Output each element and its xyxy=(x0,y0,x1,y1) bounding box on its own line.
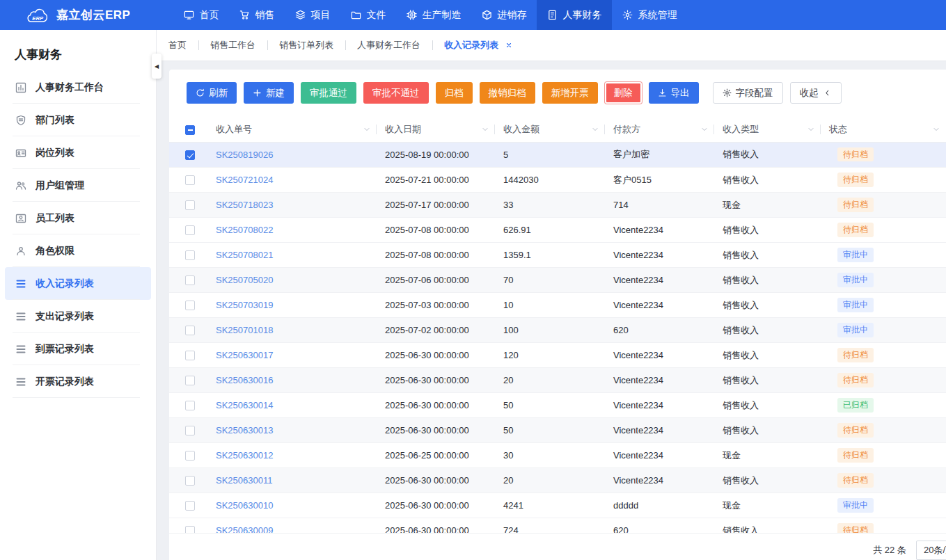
nav-item-inventory[interactable]: 进销存 xyxy=(471,0,537,30)
brand-logo[interactable]: ERP 嘉立创云ERP xyxy=(25,0,130,30)
table-row[interactable]: SK250630012 2025-06-25 00:00:00 30 Vicen… xyxy=(169,443,946,468)
select-all-checkbox[interactable] xyxy=(185,125,195,135)
table-row[interactable]: SK250630010 2025-06-30 00:00:00 4241 ddd… xyxy=(169,493,946,518)
table-row[interactable]: SK250708022 2025-07-08 00:00:00 626.91 V… xyxy=(169,218,946,243)
sidebar-item-employee-list[interactable]: 员工列表 xyxy=(5,202,151,234)
income-id-link[interactable]: SK250718023 xyxy=(216,200,273,210)
table-row[interactable]: SK250630016 2025-06-30 00:00:00 20 Vicen… xyxy=(169,368,946,393)
sidebar-item-expense-records[interactable]: 支出记录列表 xyxy=(5,300,151,333)
create-button[interactable]: 新建 xyxy=(244,82,294,104)
table-row[interactable]: SK250630013 2025-06-30 00:00:00 50 Vicen… xyxy=(169,418,946,443)
table-row[interactable]: SK250630014 2025-06-30 00:00:00 50 Vicen… xyxy=(169,393,946,418)
reject-button[interactable]: 审批不通过 xyxy=(363,82,429,104)
nav-item-project[interactable]: 项目 xyxy=(285,0,340,30)
table-row[interactable]: SK250819026 2025-08-19 00:00:00 5 客户加密 销… xyxy=(169,143,946,168)
delete-button[interactable]: 删除 xyxy=(605,82,642,104)
row-checkbox[interactable] xyxy=(185,150,195,160)
row-checkbox[interactable] xyxy=(185,451,195,461)
income-id-link[interactable]: SK250819026 xyxy=(216,150,273,160)
income-id-link[interactable]: SK250630014 xyxy=(216,400,273,410)
row-checkbox[interactable] xyxy=(185,301,195,310)
header-select-cell[interactable] xyxy=(169,117,207,142)
income-id-link[interactable]: SK250721024 xyxy=(216,175,273,185)
nav-item-hr-finance[interactable]: 人事财务 xyxy=(537,0,612,30)
refresh-button[interactable]: 刷新 xyxy=(187,82,237,104)
nav-item-system[interactable]: 系统管理 xyxy=(612,0,687,30)
chevron-down-icon[interactable] xyxy=(591,125,599,134)
sidebar-item-income-records[interactable]: 收入记录列表 xyxy=(5,267,151,300)
sidebar-item-invoice-issued-records[interactable]: 开票记录列表 xyxy=(5,365,151,398)
row-checkbox[interactable] xyxy=(185,501,195,511)
column-header-income-id[interactable]: 收入单号 xyxy=(207,117,377,142)
table-row[interactable]: SK250630011 2025-06-30 00:00:00 20 Vicen… xyxy=(169,468,946,493)
row-checkbox[interactable] xyxy=(185,326,195,335)
row-checkbox[interactable] xyxy=(185,351,195,360)
table-row[interactable]: SK250705020 2025-07-06 00:00:00 70 Vicen… xyxy=(169,268,946,293)
sidebar-collapse-handle[interactable]: ◀ xyxy=(152,54,161,79)
row-checkbox[interactable] xyxy=(185,250,195,260)
tab-sales-workbench[interactable]: 销售工作台 xyxy=(198,30,267,61)
table-row[interactable]: SK250708021 2025-07-08 00:00:00 1359.1 V… xyxy=(169,243,946,268)
chevron-down-icon[interactable] xyxy=(700,125,709,134)
chevron-down-icon[interactable] xyxy=(932,125,940,134)
income-id-link[interactable]: SK250630012 xyxy=(216,450,273,461)
sidebar-item-invoice-received-records[interactable]: 到票记录列表 xyxy=(5,333,151,365)
table-row[interactable]: SK250630009 2025-06-30 00:00:00 724 620 … xyxy=(169,518,946,534)
sidebar-item-hr-finance-workbench[interactable]: 人事财务工作台 xyxy=(5,71,151,104)
column-header-income-date[interactable]: 收入日期 xyxy=(377,117,495,142)
unarchive-button[interactable]: 撤销归档 xyxy=(480,82,535,104)
page-size-select[interactable]: 20条/页 xyxy=(916,541,946,560)
income-id-link[interactable]: SK250630016 xyxy=(216,375,273,385)
row-checkbox[interactable] xyxy=(185,376,195,385)
sidebar-item-position-list[interactable]: 岗位列表 xyxy=(5,136,151,169)
income-id-link[interactable]: SK250630011 xyxy=(216,475,272,486)
tab-sales-order-list[interactable]: 销售订单列表 xyxy=(267,30,345,61)
row-checkbox[interactable] xyxy=(185,401,195,410)
nav-item-files[interactable]: 文件 xyxy=(340,0,396,30)
row-checkbox[interactable] xyxy=(185,200,195,210)
row-checkbox[interactable] xyxy=(185,175,195,185)
income-id-link[interactable]: SK250630017 xyxy=(216,350,273,360)
table-row[interactable]: SK250701018 2025-07-02 00:00:00 100 620 … xyxy=(169,318,946,343)
chevron-down-icon[interactable] xyxy=(481,125,489,134)
tab-close-icon[interactable] xyxy=(505,42,512,49)
column-header-status[interactable]: 状态 xyxy=(821,117,946,142)
sidebar-item-department-list[interactable]: 部门列表 xyxy=(5,104,151,136)
table-row[interactable]: SK250721024 2025-07-21 00:00:00 1442030 … xyxy=(169,168,946,193)
tab-home[interactable]: 首页 xyxy=(168,30,198,61)
table-body-scroll[interactable]: SK250819026 2025-08-19 00:00:00 5 客户加密 销… xyxy=(169,143,946,534)
income-id-link[interactable]: SK250703019 xyxy=(216,300,273,310)
export-button[interactable]: 导出 xyxy=(649,82,699,104)
column-header-payer[interactable]: 付款方 xyxy=(605,117,714,142)
table-row[interactable]: SK250630017 2025-06-30 00:00:00 120 Vice… xyxy=(169,343,946,368)
row-checkbox[interactable] xyxy=(185,526,195,533)
row-checkbox[interactable] xyxy=(185,275,195,285)
row-checkbox[interactable] xyxy=(185,225,195,235)
income-id-link[interactable]: SK250701018 xyxy=(216,325,273,335)
archive-button[interactable]: 归档 xyxy=(436,82,473,104)
tab-hr-finance-workbench[interactable]: 人事财务工作台 xyxy=(345,30,432,61)
nav-item-sales[interactable]: 销售 xyxy=(229,0,285,30)
add-invoice-button[interactable]: 新增开票 xyxy=(542,82,598,104)
income-id-link[interactable]: SK250630009 xyxy=(216,525,273,534)
row-checkbox[interactable] xyxy=(185,476,195,486)
column-header-income-amount[interactable]: 收入金额 xyxy=(495,117,605,142)
approve-button[interactable]: 审批通过 xyxy=(301,82,356,104)
income-id-link[interactable]: SK250705020 xyxy=(216,275,273,285)
chevron-down-icon[interactable] xyxy=(363,125,371,134)
income-id-link[interactable]: SK250708022 xyxy=(216,225,273,235)
collapse-toolbar-button[interactable]: 收起 xyxy=(790,82,842,104)
tab-income-records[interactable]: 收入记录列表 xyxy=(432,30,524,61)
sidebar-item-user-group-management[interactable]: 用户组管理 xyxy=(5,169,151,202)
nav-item-manufacturing[interactable]: 生产制造 xyxy=(396,0,471,30)
table-row[interactable]: SK250703019 2025-07-03 00:00:00 10 Vicen… xyxy=(169,293,946,318)
income-id-link[interactable]: SK250708021 xyxy=(216,250,273,260)
income-id-link[interactable]: SK250630010 xyxy=(216,500,273,511)
field-config-button[interactable]: 字段配置 xyxy=(713,82,783,104)
sidebar-item-role-permission[interactable]: 角色权限 xyxy=(5,234,151,267)
row-checkbox[interactable] xyxy=(185,426,195,435)
table-row[interactable]: SK250718023 2025-07-17 00:00:00 33 714 现… xyxy=(169,193,946,218)
column-header-income-type[interactable]: 收入类型 xyxy=(714,117,821,142)
chevron-down-icon[interactable] xyxy=(807,125,815,134)
income-id-link[interactable]: SK250630013 xyxy=(216,425,273,435)
